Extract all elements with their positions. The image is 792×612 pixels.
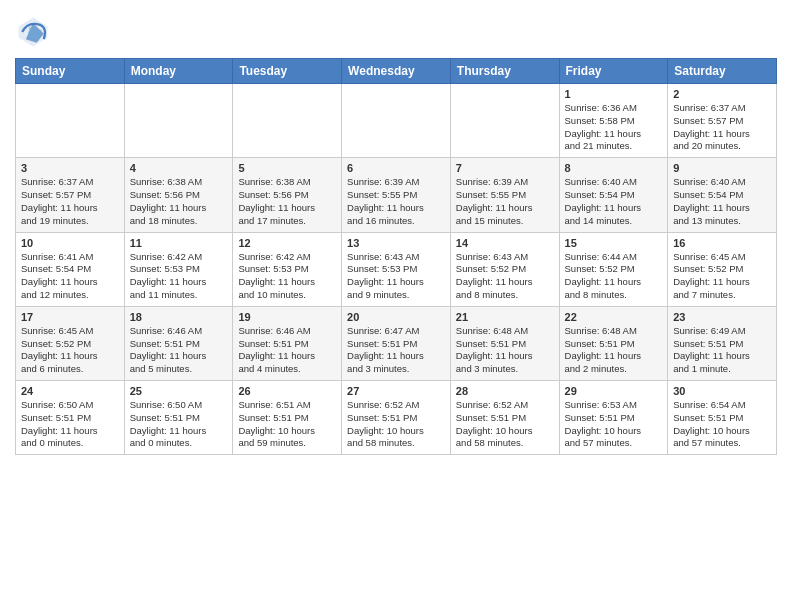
day-number: 12: [238, 237, 336, 249]
day-info: Sunrise: 6:43 AMSunset: 5:52 PMDaylight:…: [456, 251, 554, 302]
calendar-cell-1-1: 4Sunrise: 6:38 AMSunset: 5:56 PMDaylight…: [124, 158, 233, 232]
day-number: 9: [673, 162, 771, 174]
calendar-cell-2-2: 12Sunrise: 6:42 AMSunset: 5:53 PMDayligh…: [233, 232, 342, 306]
day-info: Sunrise: 6:40 AMSunset: 5:54 PMDaylight:…: [565, 176, 663, 227]
day-number: 20: [347, 311, 445, 323]
day-number: 28: [456, 385, 554, 397]
calendar-cell-3-1: 18Sunrise: 6:46 AMSunset: 5:51 PMDayligh…: [124, 306, 233, 380]
day-info: Sunrise: 6:53 AMSunset: 5:51 PMDaylight:…: [565, 399, 663, 450]
calendar-cell-0-3: [342, 84, 451, 158]
day-number: 24: [21, 385, 119, 397]
calendar-cell-0-6: 2Sunrise: 6:37 AMSunset: 5:57 PMDaylight…: [668, 84, 777, 158]
day-info: Sunrise: 6:42 AMSunset: 5:53 PMDaylight:…: [238, 251, 336, 302]
calendar: SundayMondayTuesdayWednesdayThursdayFrid…: [15, 58, 777, 455]
day-number: 2: [673, 88, 771, 100]
day-number: 5: [238, 162, 336, 174]
day-info: Sunrise: 6:48 AMSunset: 5:51 PMDaylight:…: [565, 325, 663, 376]
day-info: Sunrise: 6:54 AMSunset: 5:51 PMDaylight:…: [673, 399, 771, 450]
day-number: 13: [347, 237, 445, 249]
calendar-cell-1-4: 7Sunrise: 6:39 AMSunset: 5:55 PMDaylight…: [450, 158, 559, 232]
calendar-cell-2-1: 11Sunrise: 6:42 AMSunset: 5:53 PMDayligh…: [124, 232, 233, 306]
weekday-header-thursday: Thursday: [450, 59, 559, 84]
day-info: Sunrise: 6:52 AMSunset: 5:51 PMDaylight:…: [347, 399, 445, 450]
calendar-cell-1-6: 9Sunrise: 6:40 AMSunset: 5:54 PMDaylight…: [668, 158, 777, 232]
day-info: Sunrise: 6:37 AMSunset: 5:57 PMDaylight:…: [21, 176, 119, 227]
day-info: Sunrise: 6:37 AMSunset: 5:57 PMDaylight:…: [673, 102, 771, 153]
calendar-cell-0-5: 1Sunrise: 6:36 AMSunset: 5:58 PMDaylight…: [559, 84, 668, 158]
day-number: 26: [238, 385, 336, 397]
day-number: 30: [673, 385, 771, 397]
day-number: 11: [130, 237, 228, 249]
calendar-cell-3-6: 23Sunrise: 6:49 AMSunset: 5:51 PMDayligh…: [668, 306, 777, 380]
calendar-cell-4-5: 29Sunrise: 6:53 AMSunset: 5:51 PMDayligh…: [559, 381, 668, 455]
calendar-cell-2-6: 16Sunrise: 6:45 AMSunset: 5:52 PMDayligh…: [668, 232, 777, 306]
calendar-cell-3-4: 21Sunrise: 6:48 AMSunset: 5:51 PMDayligh…: [450, 306, 559, 380]
weekday-header-row: SundayMondayTuesdayWednesdayThursdayFrid…: [16, 59, 777, 84]
day-number: 3: [21, 162, 119, 174]
day-info: Sunrise: 6:36 AMSunset: 5:58 PMDaylight:…: [565, 102, 663, 153]
weekday-header-tuesday: Tuesday: [233, 59, 342, 84]
day-info: Sunrise: 6:50 AMSunset: 5:51 PMDaylight:…: [130, 399, 228, 450]
day-number: 17: [21, 311, 119, 323]
calendar-cell-3-2: 19Sunrise: 6:46 AMSunset: 5:51 PMDayligh…: [233, 306, 342, 380]
calendar-cell-4-6: 30Sunrise: 6:54 AMSunset: 5:51 PMDayligh…: [668, 381, 777, 455]
calendar-cell-4-4: 28Sunrise: 6:52 AMSunset: 5:51 PMDayligh…: [450, 381, 559, 455]
weekday-header-monday: Monday: [124, 59, 233, 84]
calendar-cell-2-3: 13Sunrise: 6:43 AMSunset: 5:53 PMDayligh…: [342, 232, 451, 306]
day-number: 15: [565, 237, 663, 249]
calendar-row-4: 24Sunrise: 6:50 AMSunset: 5:51 PMDayligh…: [16, 381, 777, 455]
calendar-cell-0-0: [16, 84, 125, 158]
day-number: 22: [565, 311, 663, 323]
day-number: 4: [130, 162, 228, 174]
day-number: 27: [347, 385, 445, 397]
day-info: Sunrise: 6:40 AMSunset: 5:54 PMDaylight:…: [673, 176, 771, 227]
day-info: Sunrise: 6:41 AMSunset: 5:54 PMDaylight:…: [21, 251, 119, 302]
calendar-cell-2-5: 15Sunrise: 6:44 AMSunset: 5:52 PMDayligh…: [559, 232, 668, 306]
weekday-header-wednesday: Wednesday: [342, 59, 451, 84]
day-info: Sunrise: 6:43 AMSunset: 5:53 PMDaylight:…: [347, 251, 445, 302]
logo: [15, 14, 55, 50]
calendar-cell-4-1: 25Sunrise: 6:50 AMSunset: 5:51 PMDayligh…: [124, 381, 233, 455]
calendar-cell-4-3: 27Sunrise: 6:52 AMSunset: 5:51 PMDayligh…: [342, 381, 451, 455]
page: SundayMondayTuesdayWednesdayThursdayFrid…: [0, 0, 792, 470]
day-number: 23: [673, 311, 771, 323]
day-number: 10: [21, 237, 119, 249]
header: [15, 10, 777, 50]
day-info: Sunrise: 6:38 AMSunset: 5:56 PMDaylight:…: [238, 176, 336, 227]
day-info: Sunrise: 6:45 AMSunset: 5:52 PMDaylight:…: [673, 251, 771, 302]
logo-icon: [15, 14, 51, 50]
calendar-cell-0-1: [124, 84, 233, 158]
day-info: Sunrise: 6:39 AMSunset: 5:55 PMDaylight:…: [347, 176, 445, 227]
calendar-cell-2-0: 10Sunrise: 6:41 AMSunset: 5:54 PMDayligh…: [16, 232, 125, 306]
day-number: 8: [565, 162, 663, 174]
day-info: Sunrise: 6:49 AMSunset: 5:51 PMDaylight:…: [673, 325, 771, 376]
calendar-cell-1-3: 6Sunrise: 6:39 AMSunset: 5:55 PMDaylight…: [342, 158, 451, 232]
day-info: Sunrise: 6:42 AMSunset: 5:53 PMDaylight:…: [130, 251, 228, 302]
day-number: 21: [456, 311, 554, 323]
day-info: Sunrise: 6:45 AMSunset: 5:52 PMDaylight:…: [21, 325, 119, 376]
day-info: Sunrise: 6:50 AMSunset: 5:51 PMDaylight:…: [21, 399, 119, 450]
calendar-cell-4-2: 26Sunrise: 6:51 AMSunset: 5:51 PMDayligh…: [233, 381, 342, 455]
calendar-cell-2-4: 14Sunrise: 6:43 AMSunset: 5:52 PMDayligh…: [450, 232, 559, 306]
calendar-cell-4-0: 24Sunrise: 6:50 AMSunset: 5:51 PMDayligh…: [16, 381, 125, 455]
day-info: Sunrise: 6:39 AMSunset: 5:55 PMDaylight:…: [456, 176, 554, 227]
day-number: 18: [130, 311, 228, 323]
calendar-row-2: 10Sunrise: 6:41 AMSunset: 5:54 PMDayligh…: [16, 232, 777, 306]
day-info: Sunrise: 6:47 AMSunset: 5:51 PMDaylight:…: [347, 325, 445, 376]
day-info: Sunrise: 6:44 AMSunset: 5:52 PMDaylight:…: [565, 251, 663, 302]
day-number: 25: [130, 385, 228, 397]
calendar-row-0: 1Sunrise: 6:36 AMSunset: 5:58 PMDaylight…: [16, 84, 777, 158]
day-info: Sunrise: 6:48 AMSunset: 5:51 PMDaylight:…: [456, 325, 554, 376]
calendar-cell-0-4: [450, 84, 559, 158]
weekday-header-saturday: Saturday: [668, 59, 777, 84]
calendar-cell-1-5: 8Sunrise: 6:40 AMSunset: 5:54 PMDaylight…: [559, 158, 668, 232]
calendar-cell-1-0: 3Sunrise: 6:37 AMSunset: 5:57 PMDaylight…: [16, 158, 125, 232]
calendar-cell-0-2: [233, 84, 342, 158]
day-number: 14: [456, 237, 554, 249]
day-info: Sunrise: 6:51 AMSunset: 5:51 PMDaylight:…: [238, 399, 336, 450]
weekday-header-friday: Friday: [559, 59, 668, 84]
calendar-row-1: 3Sunrise: 6:37 AMSunset: 5:57 PMDaylight…: [16, 158, 777, 232]
day-number: 6: [347, 162, 445, 174]
calendar-row-3: 17Sunrise: 6:45 AMSunset: 5:52 PMDayligh…: [16, 306, 777, 380]
weekday-header-sunday: Sunday: [16, 59, 125, 84]
